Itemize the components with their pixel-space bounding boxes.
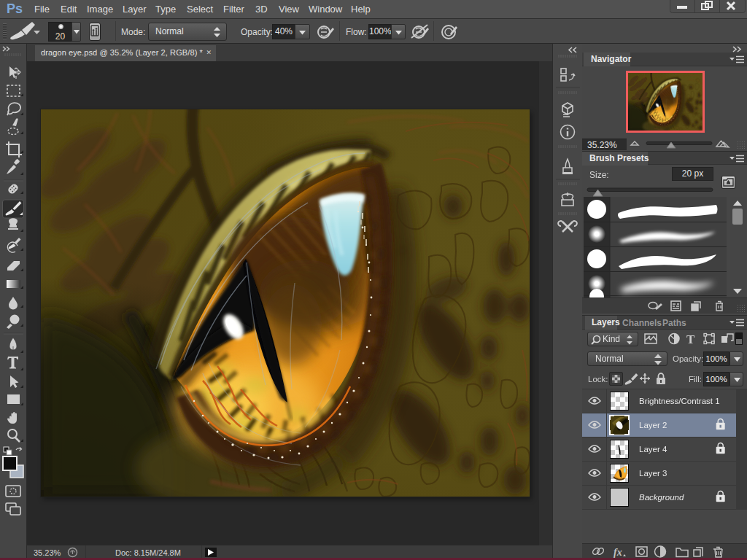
svg-text:T: T (686, 332, 695, 346)
svg-text:fx: fx (614, 547, 622, 558)
